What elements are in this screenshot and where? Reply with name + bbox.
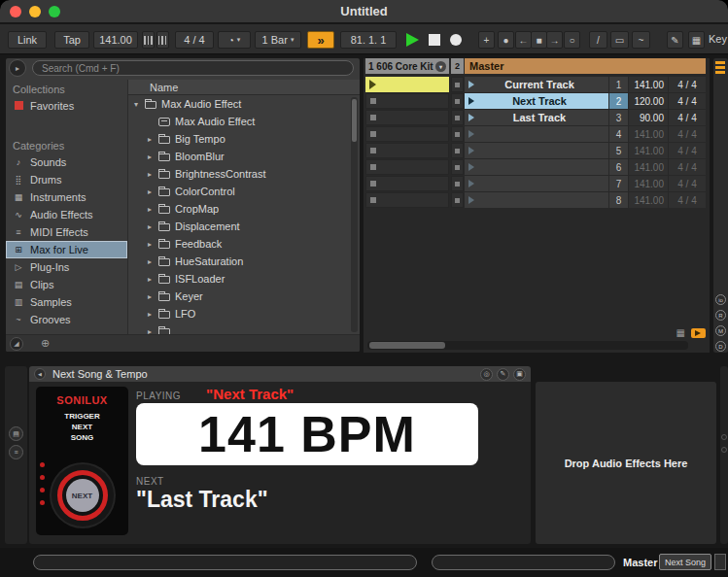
clip-stop-icon[interactable] xyxy=(455,116,460,120)
device-view-toggle[interactable]: ≡ xyxy=(9,445,23,459)
clip-slot[interactable] xyxy=(451,143,464,158)
chevron-right-icon[interactable]: ▸ xyxy=(148,310,158,319)
clip-play-icon[interactable] xyxy=(369,80,376,89)
chevron-down-icon[interactable]: ▾ xyxy=(134,100,145,109)
chevron-right-icon[interactable]: ▸ xyxy=(148,327,158,335)
sidebar-item-plug-ins[interactable]: ▷ Plug-Ins xyxy=(6,258,127,276)
scene-name-cell[interactable]: Current Track xyxy=(465,77,608,92)
browser-collapse-button[interactable]: ▸ xyxy=(9,59,26,77)
add-folder-icon[interactable]: ⊕ xyxy=(41,337,50,350)
clip-slot[interactable] xyxy=(365,159,449,175)
browser-scrollbar[interactable] xyxy=(351,97,358,332)
scene-launch-icon[interactable] xyxy=(468,114,474,121)
scrollbar-thumb[interactable] xyxy=(352,99,357,142)
sidebar-item-max-for-live[interactable]: ⊞ Max for Live xyxy=(6,241,127,258)
nudge-up-button[interactable] xyxy=(156,31,169,49)
device-drop-area[interactable]: Drop Audio Effects Here xyxy=(536,382,716,544)
clip-stop-icon[interactable] xyxy=(455,165,460,170)
play-button[interactable] xyxy=(406,33,419,47)
chevron-right-icon[interactable]: ▸ xyxy=(148,187,158,196)
scene-name-cell[interactable]: Next Track xyxy=(465,93,608,109)
stop-button[interactable] xyxy=(429,34,440,46)
chevron-right-icon[interactable]: ▸ xyxy=(148,222,158,231)
clip-stop-icon[interactable] xyxy=(455,198,460,203)
clip-stop-icon[interactable] xyxy=(370,181,376,187)
key-map-toggle[interactable]: Key xyxy=(709,33,727,45)
device-chain-chip[interactable]: Next Song xyxy=(659,554,711,570)
sidebar-item-instruments[interactable]: ▦ Instruments xyxy=(6,188,127,206)
scene-timesig[interactable]: 4 / 4 xyxy=(669,77,706,92)
punch-in-button[interactable]: ← xyxy=(515,31,532,49)
punch-out-button[interactable]: → xyxy=(546,31,563,49)
clip-slot[interactable] xyxy=(365,110,449,125)
scene-timesig[interactable]: 4 / 4 xyxy=(669,126,706,142)
show-returns-toggle[interactable]: R xyxy=(715,310,726,321)
scene-launch-icon[interactable] xyxy=(468,130,474,138)
tree-item[interactable]: ▸ LFO xyxy=(128,305,360,322)
clip-slot[interactable] xyxy=(451,77,464,92)
clip-slot-playing[interactable] xyxy=(365,77,449,92)
scene-tempo[interactable]: 141.00 xyxy=(629,126,668,142)
tree-item[interactable]: ▸ ISFLoader xyxy=(128,270,360,288)
session-h-scrollbar[interactable] xyxy=(367,341,688,350)
chevron-right-icon[interactable]: ▸ xyxy=(148,275,158,284)
device-fold-button[interactable]: ◀ xyxy=(34,368,46,380)
scene-launch-icon[interactable] xyxy=(468,81,474,88)
scene-tempo[interactable]: 141.00 xyxy=(629,77,668,92)
scene-launch-icon[interactable] xyxy=(468,147,474,154)
close-window-button[interactable] xyxy=(10,6,21,17)
scene-tempo[interactable]: 141.00 xyxy=(629,143,668,158)
clip-view-toggle[interactable]: ▤ xyxy=(9,426,23,441)
edit-device-icon[interactable]: ✎ xyxy=(497,368,509,381)
device-titlebar[interactable]: ◀ Next Song & Tempo ◎ ✎ ▣ xyxy=(29,366,531,382)
scene-row-7[interactable]: 7 141.00 4 / 4 xyxy=(465,176,706,191)
tree-item-partial[interactable]: ▸ xyxy=(128,322,360,334)
metronome-toggle[interactable]: ◔ ▾ xyxy=(218,31,251,49)
scene-timesig[interactable]: 4 / 4 xyxy=(669,110,706,125)
scene-tempo[interactable]: 141.00 xyxy=(629,159,668,175)
tap-tempo-button[interactable]: Tap xyxy=(54,31,89,49)
quantization-menu[interactable]: 1 Bar ▾ xyxy=(255,31,301,49)
status-field-2[interactable] xyxy=(432,555,615,570)
draw-curve-tool-icon[interactable]: ~ xyxy=(632,31,650,49)
draw-line-tool-icon[interactable]: / xyxy=(589,31,607,49)
clip-stop-icon[interactable] xyxy=(370,98,376,104)
chevron-right-icon[interactable]: ▸ xyxy=(148,205,158,214)
scene-timesig[interactable]: 4 / 4 xyxy=(669,93,706,109)
master-track-header[interactable]: Master xyxy=(465,58,706,74)
save-preset-icon[interactable]: ▣ xyxy=(513,368,526,381)
sidebar-item-samples[interactable]: ▥ Samples xyxy=(6,293,127,311)
follow-button[interactable]: » xyxy=(307,31,334,49)
tree-item[interactable]: ▸ CropMap xyxy=(128,200,360,218)
scene-launch-icon[interactable] xyxy=(468,180,474,187)
tree-item[interactable]: ▸ BrightnessContrast xyxy=(128,165,360,183)
scene-row-5[interactable]: 5 141.00 4 / 4 xyxy=(465,143,706,158)
scene-timesig[interactable]: 4 / 4 xyxy=(669,176,706,191)
track-header-1[interactable]: 1 606 Core Kit ▾ xyxy=(365,58,449,74)
scene-launch-icon[interactable] xyxy=(468,97,474,105)
clip-slot[interactable] xyxy=(451,93,464,109)
sidebar-item-sounds[interactable]: ♪ Sounds xyxy=(6,153,127,171)
scene-timesig[interactable]: 4 / 4 xyxy=(669,159,706,175)
tree-item[interactable]: ▸ Displacement xyxy=(128,218,360,235)
link-toggle[interactable]: Link xyxy=(8,31,47,49)
scene-name-cell[interactable] xyxy=(465,192,608,208)
sidebar-item-clips[interactable]: ▤ Clips xyxy=(6,276,127,293)
search-input[interactable] xyxy=(32,60,354,76)
tree-item[interactable]: ▸ ColorControl xyxy=(128,183,360,200)
draw-mode-pencil-button[interactable]: ✎ xyxy=(667,31,683,49)
chevron-right-icon[interactable]: ▸ xyxy=(148,170,158,179)
clip-slot[interactable] xyxy=(451,159,464,175)
time-signature-field[interactable]: 4 / 4 xyxy=(175,31,214,49)
clip-slot[interactable] xyxy=(365,176,449,191)
minimize-window-button[interactable] xyxy=(29,6,41,17)
clip-stop-icon[interactable] xyxy=(455,149,460,153)
track-fold-button[interactable]: ▾ xyxy=(435,61,446,72)
scene-name-cell[interactable] xyxy=(465,126,608,142)
back-to-arrangement-button[interactable] xyxy=(691,328,706,338)
tree-item[interactable]: Max Audio Effect xyxy=(128,113,360,130)
scene-launch-icon[interactable] xyxy=(468,196,474,204)
clip-stop-icon[interactable] xyxy=(455,83,460,87)
scene-row-3[interactable]: Last Track 3 90.00 4 / 4 xyxy=(465,110,706,125)
tempo-field[interactable]: 141.00 xyxy=(93,31,138,49)
